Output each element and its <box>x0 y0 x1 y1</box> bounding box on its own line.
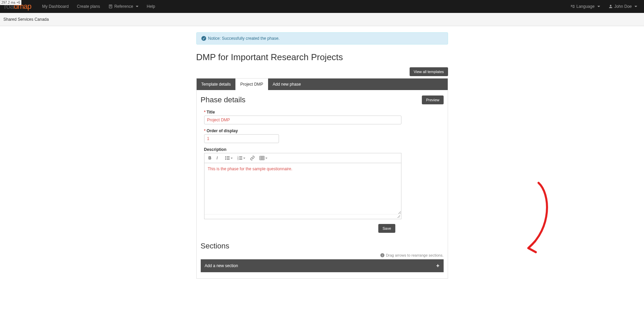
nav-reference[interactable]: Reference <box>104 0 143 13</box>
order-input[interactable] <box>204 134 279 143</box>
language-icon <box>570 4 575 9</box>
chevron-down-icon <box>597 6 600 7</box>
main-content: ✓ Notice: Successfully created the phase… <box>196 32 448 279</box>
sections-hint-text: Drag arrows to rearrange sections. <box>386 253 443 257</box>
view-all-templates-button[interactable]: View all templates <box>410 67 448 76</box>
italic-button[interactable]: I <box>215 155 222 161</box>
table-icon <box>260 156 264 160</box>
nav-help[interactable]: Help <box>143 0 159 13</box>
hand-arrow-annotation <box>518 180 559 259</box>
sections-heading: Sections <box>201 242 444 250</box>
nav-language-label: Language <box>576 4 594 9</box>
nav-reference-label: Reference <box>114 4 133 9</box>
svg-rect-9 <box>239 158 242 158</box>
svg-point-0 <box>225 156 226 157</box>
notice-prefix: Notice: <box>208 36 221 41</box>
svg-point-2 <box>225 158 226 158</box>
nav-dashboard[interactable]: My Dashboard <box>38 0 73 13</box>
notice-alert: ✓ Notice: Successfully created the phase… <box>196 32 448 45</box>
plus-icon: + <box>436 263 439 269</box>
svg-rect-3 <box>227 158 230 158</box>
number-list-button[interactable]: 123 <box>235 155 247 161</box>
notice-text: Successfully created the phase. <box>222 36 279 41</box>
svg-rect-12 <box>260 156 264 160</box>
add-section-label: Add a new section <box>205 263 238 268</box>
add-section-bar[interactable]: Add a new section + <box>201 259 444 272</box>
order-label-text: Order of display <box>207 128 238 133</box>
svg-rect-1 <box>227 156 230 157</box>
tab-project-dmp[interactable]: Project DMP <box>235 79 268 90</box>
chevron-down-icon <box>136 6 138 7</box>
resize-handle[interactable] <box>204 214 401 219</box>
svg-rect-11 <box>239 159 242 159</box>
nav-language[interactable]: Language <box>566 0 604 13</box>
title-input[interactable] <box>204 116 401 124</box>
perf-badge: 297.2 ms ×6 <box>0 0 21 5</box>
title-label: *Title <box>204 110 444 115</box>
book-icon <box>108 4 113 9</box>
description-editor: B I 123 <box>204 153 401 219</box>
svg-rect-7 <box>239 156 242 157</box>
svg-point-4 <box>225 159 226 160</box>
description-textarea[interactable]: This is the phase for the sample questio… <box>204 163 401 214</box>
check-circle-icon: ✓ <box>201 36 206 41</box>
nav-create-plans[interactable]: Create plans <box>73 0 104 13</box>
link-icon <box>250 156 255 160</box>
preview-button[interactable]: Preview <box>422 95 443 104</box>
chevron-down-icon <box>634 6 637 7</box>
link-button[interactable] <box>248 155 257 161</box>
tab-add-new-phase[interactable]: Add new phase <box>268 79 306 90</box>
tabs: Template details Project DMP Add new pha… <box>197 79 448 90</box>
tab-template-details[interactable]: Template details <box>197 79 236 90</box>
description-label: Description <box>204 147 444 152</box>
bold-button[interactable]: B <box>207 155 214 161</box>
bullet-list-button[interactable] <box>223 155 235 161</box>
nav-user-label: John Doe <box>614 4 632 9</box>
user-icon <box>608 4 613 9</box>
phase-details-heading: Phase details <box>201 95 246 104</box>
editor-toolbar: B I 123 <box>204 153 401 163</box>
sections-hint: i Drag arrows to rearrange sections. <box>201 253 444 257</box>
bullet-list-icon <box>225 156 230 160</box>
title-label-text: Title <box>207 110 215 115</box>
breadcrumb: Shared Services Canada <box>0 13 644 26</box>
svg-text:3: 3 <box>237 158 238 160</box>
top-navbar: roadmap My Dashboard Create plans Refere… <box>0 0 644 13</box>
logo-p: p <box>28 2 31 11</box>
page-title: DMP for Important Research Projects <box>196 52 448 63</box>
svg-rect-5 <box>227 159 230 159</box>
number-list-icon: 123 <box>237 156 242 160</box>
table-button[interactable] <box>258 155 269 161</box>
info-icon: i <box>380 253 384 257</box>
template-panel: Template details Project DMP Add new pha… <box>196 78 448 279</box>
save-button[interactable]: Save <box>378 224 395 233</box>
nav-user[interactable]: John Doe <box>604 0 641 13</box>
order-label: *Order of display <box>204 128 444 133</box>
